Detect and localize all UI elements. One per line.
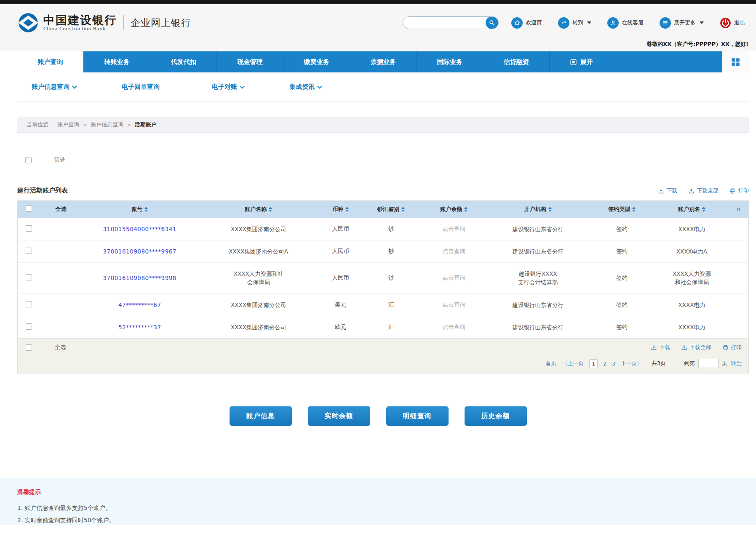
sort-icon[interactable] xyxy=(269,207,272,212)
breadcrumb-link[interactable]: 账户查询 xyxy=(57,121,79,128)
table-header-row: 全选 账号 账户名称 币种 钞汇鉴别 账户余额 开户机构 签约类型 账户别名 ›… xyxy=(18,201,748,218)
download-link[interactable]: 下载 xyxy=(651,344,670,351)
cash-remit-type: 钞 xyxy=(388,274,394,281)
sort-icon[interactable] xyxy=(401,207,405,212)
column-branch[interactable]: 开户机构 xyxy=(488,201,588,218)
action-button[interactable]: 历史余额 xyxy=(465,406,527,426)
current-page: 1 xyxy=(589,359,598,368)
column-sign-type[interactable]: 签约类型 xyxy=(588,201,656,218)
currency: 美元 xyxy=(335,301,346,308)
column-cash-remit[interactable]: 钞汇鉴别 xyxy=(362,201,420,218)
print-link[interactable]: 打印 xyxy=(722,344,742,351)
download-all-link[interactable]: 下载全部 xyxy=(681,344,711,351)
goto-page-input[interactable] xyxy=(698,359,719,368)
chevron-down-icon xyxy=(700,21,704,24)
online-service-link[interactable]: 在线客服 xyxy=(607,17,644,29)
nav-tab[interactable]: 信贷融资 xyxy=(483,51,550,72)
column-balance[interactable]: 账户余额 xyxy=(420,201,488,218)
print-link[interactable]: 打印 xyxy=(729,187,749,195)
balance-query-link[interactable]: 点击查询 xyxy=(443,301,465,308)
column-currency[interactable]: 币种 xyxy=(320,201,362,218)
nav-tab[interactable]: 代发代扣 xyxy=(150,51,217,72)
submenu-item[interactable]: 集成资讯 xyxy=(289,83,321,91)
sign-type: 签约 xyxy=(616,301,628,308)
account-number-link[interactable]: 370016109080****9998 xyxy=(103,275,176,281)
goto-button[interactable]: 转至 xyxy=(731,360,742,367)
customer-service-icon xyxy=(607,17,619,29)
submenu-item[interactable]: 电子回单查询 xyxy=(122,83,166,91)
account-number-link[interactable]: 370016109080****9967 xyxy=(103,248,176,255)
sort-icon[interactable] xyxy=(464,207,467,212)
first-page-link[interactable]: 首页 xyxy=(545,360,556,367)
chevron-down-icon xyxy=(240,84,244,88)
transfer-to-link[interactable]: 转到 xyxy=(558,17,591,29)
column-account-name[interactable]: 账户名称 xyxy=(198,201,320,218)
page-number-link[interactable]: 3 xyxy=(612,360,615,367)
menu-grid-button[interactable] xyxy=(722,51,749,72)
row-checkbox[interactable] xyxy=(26,225,32,232)
tip-item: 2. 实时余额查询支持同时50个账户。 xyxy=(17,517,756,524)
submenu-item[interactable]: 账户信息查询 xyxy=(32,83,76,91)
account-alias: XXXX电力 xyxy=(678,226,705,232)
welcome-page-link[interactable]: 欢迎页 xyxy=(511,17,542,29)
next-page-link[interactable]: 下一页〉 xyxy=(621,360,643,367)
more-columns-icon: ›› xyxy=(736,205,740,213)
select-all-checkbox[interactable] xyxy=(26,205,32,212)
sort-icon[interactable] xyxy=(632,207,636,212)
sort-icon[interactable] xyxy=(144,207,148,212)
row-checkbox[interactable] xyxy=(26,248,32,254)
balance-query-link[interactable]: 点击查询 xyxy=(443,248,465,254)
column-alias[interactable]: 账户别名 xyxy=(656,201,728,218)
nav-tab[interactable]: 账户查询 xyxy=(17,51,84,72)
nav-tab[interactable]: 缴费业务 xyxy=(283,51,350,72)
breadcrumb-prefix: 当前位置： xyxy=(27,121,54,128)
nav-tab[interactable]: 转账业务 xyxy=(84,51,150,72)
account-name: XXXX集团济南分公司A xyxy=(229,248,288,255)
search-icon xyxy=(489,19,495,26)
opening-branch: 建设银行山东省分行 xyxy=(513,302,564,308)
more-columns-button[interactable]: ›› xyxy=(728,201,748,218)
account-number-link[interactable]: 52*********37 xyxy=(118,324,161,331)
submenu-item[interactable]: 电子对账 xyxy=(212,83,244,91)
balance-query-link[interactable]: 点击查询 xyxy=(443,225,465,232)
table-row: 310015504000****6341 XXXX集团济南分公司 人民币 钞 点… xyxy=(18,218,748,240)
balance-query-link[interactable]: 点击查询 xyxy=(443,274,465,281)
download-link[interactable]: 下载 xyxy=(658,187,677,195)
chevron-down-icon xyxy=(587,21,591,24)
balance-query-link[interactable]: 点击查询 xyxy=(443,323,465,330)
row-checkbox[interactable] xyxy=(26,323,32,330)
action-button[interactable]: 明细查询 xyxy=(386,406,449,426)
column-account-no[interactable]: 账号 xyxy=(82,201,198,218)
account-number-link[interactable]: 310015504000****6341 xyxy=(103,226,176,232)
action-button[interactable]: 账户信息 xyxy=(230,406,292,426)
page-number-link[interactable]: 2 xyxy=(603,360,606,367)
nav-tab[interactable]: 票据业务 xyxy=(350,51,417,72)
sort-icon[interactable] xyxy=(345,207,349,212)
account-number-link[interactable]: 47*********67 xyxy=(118,302,161,308)
row-checkbox[interactable] xyxy=(26,301,32,307)
account-alias: XXXX人力资源 和社会保障局 xyxy=(673,270,711,286)
download-all-link[interactable]: 下载全部 xyxy=(688,187,719,195)
expand-more-link[interactable]: 展开更多 xyxy=(660,17,704,29)
nav-tab[interactable]: 现金管理 xyxy=(217,51,283,72)
table-row: 370016109080****9998 XXXX人力资源和社 会保障局 人民币… xyxy=(18,263,748,294)
row-checkbox[interactable] xyxy=(26,274,32,280)
sort-icon[interactable] xyxy=(702,207,705,212)
filter-checkbox[interactable] xyxy=(25,157,32,163)
prev-page-link[interactable]: 〈上一页 xyxy=(562,360,584,367)
logout-link[interactable]: 退出 xyxy=(720,17,745,29)
chevron-down-icon xyxy=(317,84,322,88)
search-input[interactable] xyxy=(403,17,486,29)
footer-select-all-checkbox[interactable] xyxy=(26,344,32,351)
action-button[interactable]: 实时余额 xyxy=(308,406,370,426)
cash-remit-type: 汇 xyxy=(388,301,394,308)
breadcrumb-link[interactable]: 账户信息查询 xyxy=(91,121,123,128)
account-table: 全选 账号 账户名称 币种 钞汇鉴别 账户余额 开户机构 签约类型 账户别名 ›… xyxy=(17,200,749,374)
currency: 人民币 xyxy=(332,248,350,254)
search-box xyxy=(403,16,499,29)
nav-tab[interactable]: 国际业务 xyxy=(417,51,483,72)
nav-expand-button[interactable]: 展开 xyxy=(550,51,613,72)
ccb-logo-icon xyxy=(17,12,39,34)
search-button[interactable] xyxy=(486,16,498,29)
sort-icon[interactable] xyxy=(548,207,552,212)
